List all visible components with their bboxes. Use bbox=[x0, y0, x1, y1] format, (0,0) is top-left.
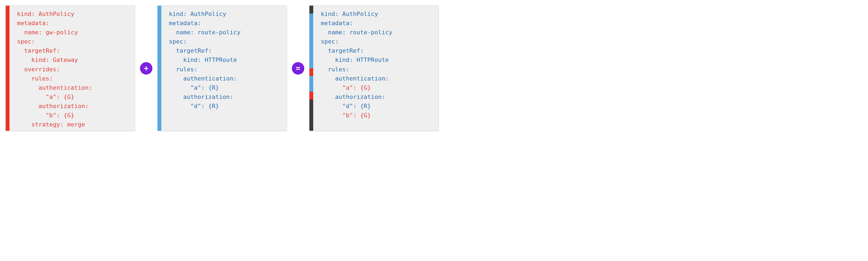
gutter-segment bbox=[309, 76, 313, 92]
code-line: spec: bbox=[169, 37, 241, 46]
code-line: spec: bbox=[321, 37, 392, 46]
gutter-segment bbox=[6, 6, 9, 131]
code-block: kind: AuthPolicymetadata: name: route-po… bbox=[313, 6, 395, 131]
code-line: rules: bbox=[169, 65, 241, 74]
code-line: kind: AuthPolicy bbox=[17, 9, 92, 19]
code-line: "b": {G} bbox=[321, 111, 392, 120]
plus-operator: + bbox=[140, 62, 152, 74]
code-line: authentication: bbox=[17, 83, 92, 92]
code-line: rules: bbox=[321, 65, 392, 74]
code-line: metadata: bbox=[169, 19, 241, 28]
gutter-segment bbox=[158, 6, 161, 131]
gutter-segment bbox=[309, 99, 313, 131]
code-line: targetRef: bbox=[169, 46, 241, 55]
gutter bbox=[6, 6, 9, 131]
code-line: strategy: merge bbox=[17, 120, 92, 129]
gutter-segment bbox=[309, 13, 313, 68]
code-line: authorization: bbox=[321, 92, 392, 102]
code-line: "b": {G} bbox=[17, 111, 92, 120]
code-line: targetRef: bbox=[17, 46, 92, 55]
code-line: authorization: bbox=[17, 102, 92, 111]
panel-route-policy: kind: AuthPolicymetadata: name: route-po… bbox=[157, 5, 287, 131]
code-line: name: gw-policy bbox=[17, 28, 92, 37]
gutter-segment bbox=[309, 68, 313, 76]
code-line: name: route-policy bbox=[321, 28, 392, 37]
gutter-segment bbox=[309, 6, 313, 13]
code-line: "a": {R} bbox=[169, 83, 241, 92]
panel-gateway-policy: kind: AuthPolicymetadata: name: gw-polic… bbox=[5, 5, 135, 131]
code-line: kind: HTTPRoute bbox=[321, 55, 392, 65]
code-line: kind: AuthPolicy bbox=[321, 9, 392, 19]
gutter bbox=[309, 6, 313, 131]
code-line: kind: Gateway bbox=[17, 55, 92, 65]
code-line: authentication: bbox=[321, 74, 392, 83]
gutter-segment bbox=[309, 92, 313, 99]
code-line: "a": {G} bbox=[321, 83, 392, 92]
code-line: spec: bbox=[17, 37, 92, 46]
code-line: name: route-policy bbox=[169, 28, 241, 37]
code-line: kind: HTTPRoute bbox=[169, 55, 241, 65]
diagram-row: kind: AuthPolicymetadata: name: gw-polic… bbox=[5, 5, 863, 131]
code-line: authentication: bbox=[169, 74, 241, 83]
equals-operator: = bbox=[292, 62, 304, 74]
code-line: metadata: bbox=[321, 19, 392, 28]
panel-merged-result: kind: AuthPolicymetadata: name: route-po… bbox=[309, 5, 439, 131]
code-block: kind: AuthPolicymetadata: name: gw-polic… bbox=[9, 6, 95, 131]
code-line: kind: AuthPolicy bbox=[169, 9, 241, 19]
code-line: metadata: bbox=[17, 19, 92, 28]
code-block: kind: AuthPolicymetadata: name: route-po… bbox=[161, 6, 243, 131]
code-line: overrides: bbox=[17, 65, 92, 74]
code-line: targetRef: bbox=[321, 46, 392, 55]
gutter bbox=[158, 6, 161, 131]
code-line: rules: bbox=[17, 74, 92, 83]
code-line: "a": {G} bbox=[17, 92, 92, 102]
code-line: "d": {R} bbox=[169, 102, 241, 111]
code-line: "d": {R} bbox=[321, 102, 392, 111]
code-line: authorization: bbox=[169, 92, 241, 102]
